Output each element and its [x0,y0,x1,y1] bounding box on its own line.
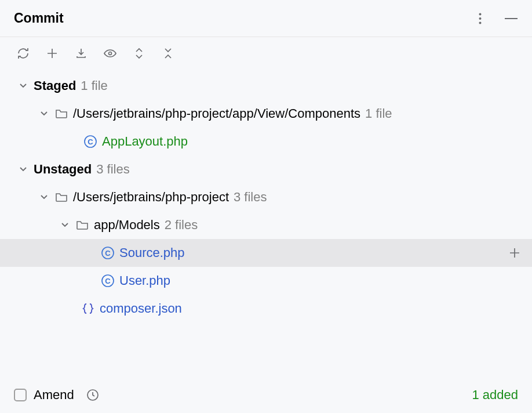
more-icon[interactable] [473,12,487,26]
section-label: Unstaged [34,162,92,177]
folder-icon [54,190,68,204]
svg-text:C: C [88,137,93,146]
svg-point-1 [479,17,481,20]
shelve-icon[interactable] [74,46,88,60]
section-unstaged[interactable]: Unstaged 3 files [0,155,532,183]
minimize-icon[interactable] [504,12,518,26]
file-row[interactable]: C User.php [0,267,532,295]
amend-checkbox[interactable] [14,389,27,401]
folder-icon [54,107,68,121]
svg-text:C: C [105,277,111,285]
file-name: AppLayout.php [102,134,188,149]
directory-row[interactable]: /Users/jetbrains/php-project 3 files [0,183,532,211]
directory-row[interactable]: /Users/jetbrains/php-project/app/View/Co… [0,100,532,128]
file-name: composer.json [100,301,182,316]
svg-text:C: C [105,249,111,258]
add-icon[interactable] [45,46,59,60]
changes-tree: Staged 1 file /Users/jetbrains/php-proje… [0,70,532,327]
directory-path: /Users/jetbrains/php-project [73,190,229,205]
svg-rect-3 [505,18,518,19]
refresh-icon[interactable] [16,46,30,60]
folder-icon [75,218,89,232]
expand-icon[interactable] [132,46,146,60]
amend-label: Amend [34,387,74,403]
file-count: 1 file [365,106,392,121]
section-label: Staged [34,78,76,93]
file-row[interactable]: C AppLayout.php [0,128,532,155]
commit-footer: Amend 1 added [0,387,532,403]
panel-header: Commit [0,0,532,37]
file-count: 3 files [234,190,267,205]
file-row[interactable]: C Source.php [0,239,532,267]
file-count: 1 file [81,78,107,93]
file-count: 3 files [96,162,129,177]
directory-path: app/Models [94,218,160,233]
chevron-down-icon [17,83,29,89]
svg-point-2 [479,21,481,24]
panel-title: Commit [14,10,473,26]
directory-path: /Users/jetbrains/php-project/app/View/Co… [73,106,360,121]
chevron-down-icon [38,194,50,200]
preview-icon[interactable] [103,46,117,60]
toolbar [0,37,532,70]
svg-point-4 [109,52,112,55]
header-actions [473,12,518,26]
chevron-down-icon [38,111,50,117]
directory-row[interactable]: app/Models 2 files [0,211,532,239]
stage-file-icon[interactable] [507,245,523,261]
svg-point-0 [479,13,481,15]
php-class-icon: C [101,274,115,288]
file-name: User.php [119,273,170,288]
php-class-icon: C [83,135,97,148]
chevron-down-icon [17,166,29,172]
collapse-icon[interactable] [161,46,175,60]
file-row[interactable]: composer.json [0,295,532,323]
json-icon [81,302,95,316]
php-class-icon: C [101,246,115,260]
chevron-down-icon [59,222,71,228]
section-staged[interactable]: Staged 1 file [0,72,532,100]
file-count: 2 files [165,218,198,233]
history-icon[interactable] [86,388,100,402]
file-name: Source.php [119,245,185,260]
status-added: 1 added [472,387,518,403]
